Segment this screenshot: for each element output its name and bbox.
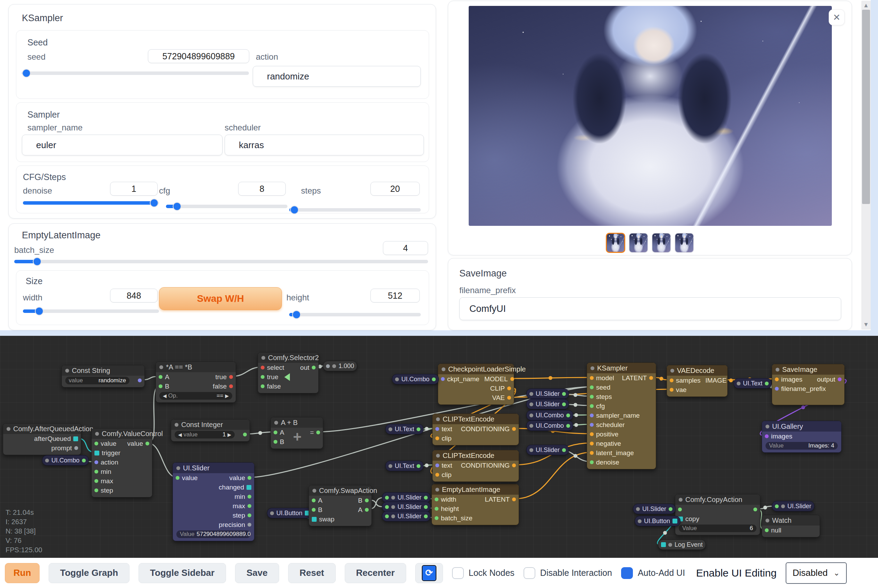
slider-thumb[interactable] [173,202,181,211]
scroll-up-icon[interactable]: ▲ [861,2,871,9]
port-dot[interactable] [176,476,179,480]
node-header[interactable]: Const String [62,365,144,376]
port-dot[interactable] [729,378,733,382]
port-dot[interactable] [765,382,769,386]
node-a_plus_b[interactable]: A + BA=B+ [271,417,323,449]
port-dot[interactable] [312,498,316,502]
wire-junction-dot[interactable] [425,427,429,431]
scrollbar-thumb[interactable] [862,10,870,204]
port-dot[interactable] [416,464,420,468]
node-ui_button_1[interactable]: UI.Button [267,508,313,518]
port-dot[interactable] [678,507,682,512]
port-dot[interactable] [95,460,98,464]
port-dot[interactable] [562,448,566,452]
wire-junction-dot[interactable] [574,413,578,417]
node-save_image[interactable]: SaveImageimagesoutputfilename_prefix [772,364,845,405]
port-dot[interactable] [562,402,566,406]
node-header[interactable]: Comfy.Selector2 [258,352,318,363]
steps-slider[interactable] [289,208,421,212]
node-out_1000[interactable]: 1.000 [323,361,357,371]
thumbnail-2[interactable] [629,233,648,253]
port-dot[interactable] [435,427,439,431]
cfg-slider[interactable] [166,205,287,208]
node-widget[interactable]: Value572904899609889.000 [176,530,251,538]
port-dot[interactable] [316,430,320,434]
thumbnail-3[interactable] [652,233,671,253]
port-dot[interactable] [95,479,98,483]
widget-right-arrow-icon[interactable]: ▶ [227,432,231,438]
wire-junction-dot[interactable] [574,454,577,458]
collapse-icon[interactable] [671,369,674,373]
collapse-icon[interactable] [65,369,69,373]
refresh-button[interactable]: ⟳ [415,563,443,583]
collapse-icon[interactable] [435,488,439,492]
node-header[interactable]: Comfy.ValueControl [92,428,152,439]
node-ui_slider_s2[interactable]: UI.Slider [382,502,431,512]
collapse-icon[interactable] [636,507,640,511]
thumbnail-1[interactable] [606,233,625,253]
collapse-icon[interactable] [737,382,741,386]
wire-junction-dot[interactable] [574,393,577,397]
width-input[interactable]: 848 [110,289,158,303]
node-widget[interactable]: ◀ Op.== ▶ [159,392,232,400]
node-header[interactable]: CLIPTextEncode [433,414,519,424]
slider-thumb[interactable] [292,310,301,319]
collapse-icon[interactable] [529,402,533,406]
port-dot[interactable] [73,436,78,441]
denoise-slider[interactable] [23,201,159,205]
wire-junction-dot[interactable] [801,405,805,410]
node-header[interactable]: UI.Slider [173,463,254,473]
port-dot[interactable] [248,504,251,508]
node-const_integer[interactable]: Const Integer◀ value1 ▶ [171,419,250,442]
port-dot[interactable] [435,473,439,477]
slider-thumb[interactable] [290,206,299,214]
collapse-icon[interactable] [679,498,683,502]
toggle-graph-button[interactable]: Toggle Graph [49,563,129,583]
port-dot[interactable] [507,387,511,390]
port-dot[interactable] [669,507,672,511]
node-ui_gallery[interactable]: UI.GalleryimagesValueImages: 4 [762,421,842,453]
node-after_queued[interactable]: Comfy.AfterQueuedActionafterQueuedprompt [3,423,81,455]
port-dot[interactable] [146,442,149,446]
wire-junction-dot[interactable] [663,531,667,535]
port-dot[interactable] [590,442,594,446]
slider-thumb[interactable] [35,307,44,316]
port-dot[interactable] [95,442,98,446]
collapse-icon[interactable] [332,364,336,368]
node-ui_slider_a[interactable]: UI.Slider [526,388,569,399]
port-dot[interactable] [753,507,757,512]
node-header[interactable]: *A == *B [156,362,236,372]
node-header[interactable]: CLIPTextEncode [433,450,519,460]
node-ui_slider_b[interactable]: UI.Slider [526,399,569,410]
node-ui_text_1[interactable]: UI.Text [385,424,424,434]
port-dot[interactable] [274,430,277,434]
scheduler-select[interactable]: karras [225,135,424,155]
port-dot[interactable] [590,414,594,417]
collapse-icon[interactable] [442,368,445,371]
port-dot[interactable] [138,378,142,382]
slider-thumb[interactable] [22,69,31,78]
collapse-icon[interactable] [765,424,769,428]
node-value_control[interactable]: Comfy.ValueControlvaluevaluetriggeractio… [91,428,152,498]
collapse-icon[interactable] [529,448,533,452]
collapse-icon[interactable] [529,424,533,428]
port-dot[interactable] [385,514,389,518]
node-header[interactable]: Comfy.AfterQueuedAction [3,424,81,434]
lock-nodes-checkbox[interactable] [452,567,464,579]
node-header[interactable]: KSampler [587,363,656,373]
wire-junction-dot[interactable] [574,403,577,407]
collapse-icon[interactable] [638,519,642,523]
port-dot[interactable] [229,384,233,388]
width-slider[interactable] [23,309,159,313]
node-ui_button_2[interactable]: UI.Button [634,516,681,526]
port-dot[interactable] [661,542,666,547]
ui-editing-mode-dropdown[interactable]: Disabled ⌄ [786,562,847,584]
wire-junction-dot[interactable] [425,464,429,467]
steps-input[interactable]: 20 [370,182,420,196]
port-dot[interactable] [385,496,389,500]
node-ui_slider_big[interactable]: UI.Slidervaluevaluechangedminmaxstepprec… [173,462,254,541]
recenter-button[interactable]: Recenter [345,563,406,583]
node-header[interactable]: Watch [762,515,820,525]
node-ui_slider_den[interactable]: UI.Slider [526,445,569,455]
collapse-icon[interactable] [262,356,265,360]
